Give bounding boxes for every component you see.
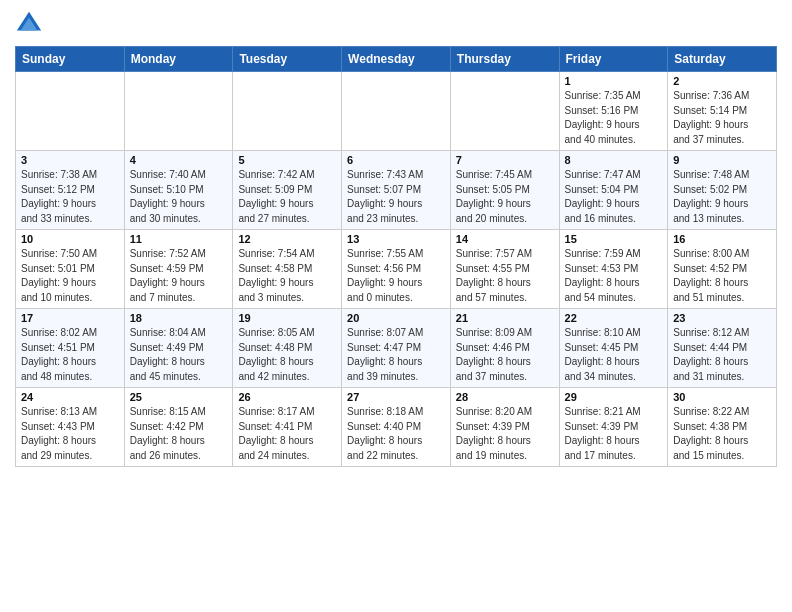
day-number: 1: [565, 75, 663, 87]
calendar-cell-25: 25Sunrise: 8:15 AM Sunset: 4:42 PM Dayli…: [124, 388, 233, 467]
day-number: 2: [673, 75, 771, 87]
day-info: Sunrise: 8:02 AM Sunset: 4:51 PM Dayligh…: [21, 326, 119, 384]
day-number: 17: [21, 312, 119, 324]
calendar-week-1: 1Sunrise: 7:35 AM Sunset: 5:16 PM Daylig…: [16, 72, 777, 151]
day-number: 10: [21, 233, 119, 245]
day-info: Sunrise: 7:48 AM Sunset: 5:02 PM Dayligh…: [673, 168, 771, 226]
calendar-cell-26: 26Sunrise: 8:17 AM Sunset: 4:41 PM Dayli…: [233, 388, 342, 467]
day-info: Sunrise: 8:15 AM Sunset: 4:42 PM Dayligh…: [130, 405, 228, 463]
day-number: 19: [238, 312, 336, 324]
day-info: Sunrise: 8:20 AM Sunset: 4:39 PM Dayligh…: [456, 405, 554, 463]
day-info: Sunrise: 8:17 AM Sunset: 4:41 PM Dayligh…: [238, 405, 336, 463]
day-info: Sunrise: 7:47 AM Sunset: 5:04 PM Dayligh…: [565, 168, 663, 226]
calendar-cell-1: 1Sunrise: 7:35 AM Sunset: 5:16 PM Daylig…: [559, 72, 668, 151]
day-info: Sunrise: 8:07 AM Sunset: 4:47 PM Dayligh…: [347, 326, 445, 384]
calendar-cell-14: 14Sunrise: 7:57 AM Sunset: 4:55 PM Dayli…: [450, 230, 559, 309]
header: [15, 10, 777, 38]
calendar-cell-4: 4Sunrise: 7:40 AM Sunset: 5:10 PM Daylig…: [124, 151, 233, 230]
col-header-thursday: Thursday: [450, 47, 559, 72]
calendar-cell-empty: [450, 72, 559, 151]
day-info: Sunrise: 8:12 AM Sunset: 4:44 PM Dayligh…: [673, 326, 771, 384]
day-info: Sunrise: 7:36 AM Sunset: 5:14 PM Dayligh…: [673, 89, 771, 147]
calendar-cell-8: 8Sunrise: 7:47 AM Sunset: 5:04 PM Daylig…: [559, 151, 668, 230]
day-info: Sunrise: 8:10 AM Sunset: 4:45 PM Dayligh…: [565, 326, 663, 384]
day-info: Sunrise: 8:09 AM Sunset: 4:46 PM Dayligh…: [456, 326, 554, 384]
calendar-cell-18: 18Sunrise: 8:04 AM Sunset: 4:49 PM Dayli…: [124, 309, 233, 388]
day-number: 14: [456, 233, 554, 245]
calendar-cell-empty: [124, 72, 233, 151]
day-number: 20: [347, 312, 445, 324]
day-number: 7: [456, 154, 554, 166]
day-info: Sunrise: 8:05 AM Sunset: 4:48 PM Dayligh…: [238, 326, 336, 384]
calendar-cell-empty: [233, 72, 342, 151]
day-number: 30: [673, 391, 771, 403]
day-number: 12: [238, 233, 336, 245]
day-number: 22: [565, 312, 663, 324]
day-info: Sunrise: 8:22 AM Sunset: 4:38 PM Dayligh…: [673, 405, 771, 463]
calendar-cell-28: 28Sunrise: 8:20 AM Sunset: 4:39 PM Dayli…: [450, 388, 559, 467]
day-number: 25: [130, 391, 228, 403]
day-number: 3: [21, 154, 119, 166]
day-info: Sunrise: 7:50 AM Sunset: 5:01 PM Dayligh…: [21, 247, 119, 305]
calendar-cell-22: 22Sunrise: 8:10 AM Sunset: 4:45 PM Dayli…: [559, 309, 668, 388]
day-number: 26: [238, 391, 336, 403]
day-number: 21: [456, 312, 554, 324]
day-number: 23: [673, 312, 771, 324]
day-number: 18: [130, 312, 228, 324]
calendar-cell-5: 5Sunrise: 7:42 AM Sunset: 5:09 PM Daylig…: [233, 151, 342, 230]
calendar-week-5: 24Sunrise: 8:13 AM Sunset: 4:43 PM Dayli…: [16, 388, 777, 467]
day-number: 6: [347, 154, 445, 166]
col-header-friday: Friday: [559, 47, 668, 72]
day-info: Sunrise: 8:13 AM Sunset: 4:43 PM Dayligh…: [21, 405, 119, 463]
calendar-cell-7: 7Sunrise: 7:45 AM Sunset: 5:05 PM Daylig…: [450, 151, 559, 230]
col-header-sunday: Sunday: [16, 47, 125, 72]
day-info: Sunrise: 8:21 AM Sunset: 4:39 PM Dayligh…: [565, 405, 663, 463]
calendar-cell-16: 16Sunrise: 8:00 AM Sunset: 4:52 PM Dayli…: [668, 230, 777, 309]
day-number: 13: [347, 233, 445, 245]
calendar-table: SundayMondayTuesdayWednesdayThursdayFrid…: [15, 46, 777, 467]
calendar-cell-13: 13Sunrise: 7:55 AM Sunset: 4:56 PM Dayli…: [342, 230, 451, 309]
calendar-cell-15: 15Sunrise: 7:59 AM Sunset: 4:53 PM Dayli…: [559, 230, 668, 309]
calendar-cell-9: 9Sunrise: 7:48 AM Sunset: 5:02 PM Daylig…: [668, 151, 777, 230]
calendar-cell-17: 17Sunrise: 8:02 AM Sunset: 4:51 PM Dayli…: [16, 309, 125, 388]
calendar-cell-12: 12Sunrise: 7:54 AM Sunset: 4:58 PM Dayli…: [233, 230, 342, 309]
calendar-cell-2: 2Sunrise: 7:36 AM Sunset: 5:14 PM Daylig…: [668, 72, 777, 151]
day-number: 9: [673, 154, 771, 166]
day-info: Sunrise: 8:04 AM Sunset: 4:49 PM Dayligh…: [130, 326, 228, 384]
day-number: 5: [238, 154, 336, 166]
day-info: Sunrise: 7:54 AM Sunset: 4:58 PM Dayligh…: [238, 247, 336, 305]
calendar-cell-10: 10Sunrise: 7:50 AM Sunset: 5:01 PM Dayli…: [16, 230, 125, 309]
day-number: 27: [347, 391, 445, 403]
calendar-cell-29: 29Sunrise: 8:21 AM Sunset: 4:39 PM Dayli…: [559, 388, 668, 467]
calendar-cell-11: 11Sunrise: 7:52 AM Sunset: 4:59 PM Dayli…: [124, 230, 233, 309]
day-info: Sunrise: 7:45 AM Sunset: 5:05 PM Dayligh…: [456, 168, 554, 226]
calendar-cell-6: 6Sunrise: 7:43 AM Sunset: 5:07 PM Daylig…: [342, 151, 451, 230]
col-header-saturday: Saturday: [668, 47, 777, 72]
page: SundayMondayTuesdayWednesdayThursdayFrid…: [0, 0, 792, 612]
day-info: Sunrise: 7:55 AM Sunset: 4:56 PM Dayligh…: [347, 247, 445, 305]
col-header-monday: Monday: [124, 47, 233, 72]
calendar-cell-30: 30Sunrise: 8:22 AM Sunset: 4:38 PM Dayli…: [668, 388, 777, 467]
day-info: Sunrise: 8:18 AM Sunset: 4:40 PM Dayligh…: [347, 405, 445, 463]
calendar-cell-empty: [342, 72, 451, 151]
day-info: Sunrise: 8:00 AM Sunset: 4:52 PM Dayligh…: [673, 247, 771, 305]
day-number: 24: [21, 391, 119, 403]
calendar-cell-24: 24Sunrise: 8:13 AM Sunset: 4:43 PM Dayli…: [16, 388, 125, 467]
day-info: Sunrise: 7:52 AM Sunset: 4:59 PM Dayligh…: [130, 247, 228, 305]
calendar-cell-empty: [16, 72, 125, 151]
day-info: Sunrise: 7:43 AM Sunset: 5:07 PM Dayligh…: [347, 168, 445, 226]
calendar-cell-27: 27Sunrise: 8:18 AM Sunset: 4:40 PM Dayli…: [342, 388, 451, 467]
calendar-week-4: 17Sunrise: 8:02 AM Sunset: 4:51 PM Dayli…: [16, 309, 777, 388]
day-info: Sunrise: 7:35 AM Sunset: 5:16 PM Dayligh…: [565, 89, 663, 147]
col-header-wednesday: Wednesday: [342, 47, 451, 72]
calendar-cell-21: 21Sunrise: 8:09 AM Sunset: 4:46 PM Dayli…: [450, 309, 559, 388]
logo-icon: [15, 10, 43, 38]
day-info: Sunrise: 7:40 AM Sunset: 5:10 PM Dayligh…: [130, 168, 228, 226]
day-number: 11: [130, 233, 228, 245]
day-number: 28: [456, 391, 554, 403]
calendar-cell-19: 19Sunrise: 8:05 AM Sunset: 4:48 PM Dayli…: [233, 309, 342, 388]
day-number: 16: [673, 233, 771, 245]
calendar-cell-3: 3Sunrise: 7:38 AM Sunset: 5:12 PM Daylig…: [16, 151, 125, 230]
col-header-tuesday: Tuesday: [233, 47, 342, 72]
calendar-cell-23: 23Sunrise: 8:12 AM Sunset: 4:44 PM Dayli…: [668, 309, 777, 388]
